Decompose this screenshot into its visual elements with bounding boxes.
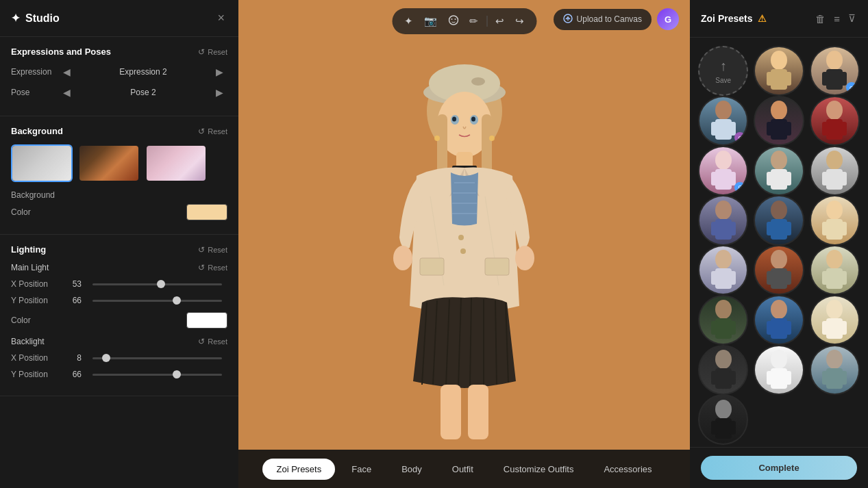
preset-avatar-20 <box>811 346 858 394</box>
preset-avatar-18 <box>699 346 747 394</box>
svg-rect-52 <box>711 122 718 136</box>
bg-thumb-gray[interactable] <box>11 144 73 182</box>
svg-point-74 <box>715 201 732 220</box>
svg-point-110 <box>715 350 732 369</box>
preset-item-15[interactable] <box>698 295 748 345</box>
close-button[interactable]: × <box>214 8 227 28</box>
preset-item-12[interactable] <box>698 245 748 295</box>
preset-item-1[interactable] <box>754 46 804 96</box>
bg-thumb-warm[interactable] <box>78 144 140 182</box>
lighting-reset-button[interactable]: ↺ Reset <box>198 245 227 255</box>
svg-point-42 <box>771 51 787 70</box>
user-avatar[interactable]: G <box>657 8 679 30</box>
preset-item-18[interactable] <box>698 345 748 395</box>
redo-button[interactable]: ↪ <box>511 12 528 30</box>
svg-rect-117 <box>784 371 791 385</box>
backlight-x-slider[interactable] <box>92 357 222 359</box>
avatar-initials: G <box>665 14 671 25</box>
right-panel-title-group: Zoi Presets ⚠ <box>701 13 767 24</box>
tab-accessories[interactable]: Accessories <box>590 459 665 480</box>
backlight-reset-button[interactable]: ↺ Reset <box>198 337 227 346</box>
preset-item-19[interactable] <box>754 345 804 395</box>
preset-item-16[interactable] <box>754 295 804 345</box>
svg-point-58 <box>826 101 843 120</box>
x-position-value: 53 <box>64 279 82 289</box>
preset-item-7[interactable] <box>754 146 804 196</box>
preset-avatar-12 <box>699 246 747 294</box>
complete-button[interactable]: Complete <box>701 456 857 480</box>
pose-next-button[interactable]: ▶ <box>212 86 227 99</box>
svg-rect-49 <box>840 72 847 86</box>
preset-item-10[interactable] <box>754 195 804 245</box>
cursor-tool-button[interactable]: ✦ <box>400 12 417 30</box>
reset-icon-bg: ↺ <box>198 127 205 136</box>
svg-point-106 <box>826 300 843 319</box>
undo-button[interactable]: ↩ <box>491 12 508 30</box>
preset-item-13[interactable] <box>754 245 804 295</box>
top-toolbar: ✦ 📷 ✏ ↩ ↪ <box>392 8 536 34</box>
backlight-title: Backlight <box>11 337 45 346</box>
preset-avatar-14 <box>811 246 858 294</box>
character-silhouette <box>348 46 581 443</box>
preset-item-11[interactable] <box>810 195 860 245</box>
preset-item-9[interactable] <box>698 195 748 245</box>
bg-thumb-pink[interactable] <box>145 144 207 182</box>
expressions-reset-button[interactable]: ↺ Reset <box>198 47 227 57</box>
preset-item-14[interactable] <box>810 245 860 295</box>
svg-rect-96 <box>822 271 829 285</box>
camera-tool-button[interactable]: 📷 <box>420 12 441 30</box>
preset-save-item[interactable]: ↑ Save <box>698 46 748 96</box>
preset-item-17[interactable] <box>810 295 860 345</box>
svg-rect-77 <box>729 222 736 235</box>
color-swatch[interactable] <box>186 204 227 220</box>
svg-rect-97 <box>840 271 847 285</box>
preset-item-8[interactable] <box>810 146 860 196</box>
svg-rect-105 <box>784 321 791 335</box>
svg-point-86 <box>715 250 732 269</box>
y-position-label: Y Position <box>11 296 59 305</box>
pose-prev-button[interactable]: ◀ <box>59 86 75 99</box>
svg-point-20 <box>393 246 412 270</box>
x-position-label: X Position <box>11 279 59 289</box>
tab-customize[interactable]: Customize Outfits <box>490 459 588 480</box>
y-position-slider[interactable] <box>92 300 222 302</box>
background-reset-button[interactable]: ↺ Reset <box>198 127 227 136</box>
bg-thumb-pink-inner <box>147 146 206 181</box>
expression-next-button[interactable]: ▶ <box>212 65 227 79</box>
tab-zoi-presets[interactable]: Zoi Presets <box>262 459 335 480</box>
preset-item-5[interactable] <box>810 96 860 146</box>
preset-item-6[interactable]: C <box>698 146 748 196</box>
tab-body[interactable]: Body <box>388 459 436 480</box>
svg-point-102 <box>771 300 787 319</box>
backlight-header: Backlight ↺ Reset <box>11 337 227 346</box>
svg-rect-64 <box>711 172 718 185</box>
svg-point-62 <box>715 151 732 170</box>
studio-icon: ✦ <box>11 12 20 25</box>
svg-rect-109 <box>840 321 847 335</box>
tab-face[interactable]: Face <box>338 459 385 480</box>
tab-outfit[interactable]: Outfit <box>438 459 487 480</box>
preset-item-21[interactable] <box>698 394 748 444</box>
filter-button[interactable]: ⊽ <box>847 11 857 26</box>
main-light-color-swatch[interactable] <box>186 312 227 329</box>
left-sidebar: ✦ Studio × Expressions and Poses ↺ Reset… <box>0 0 238 488</box>
preset-item-20[interactable] <box>810 345 860 395</box>
background-label: Background <box>11 190 59 200</box>
brush-tool-button[interactable]: ✏ <box>465 12 482 30</box>
svg-rect-68 <box>767 172 773 185</box>
preset-item-4[interactable] <box>754 96 804 146</box>
sort-button[interactable]: ≡ <box>832 11 841 26</box>
x-position-slider[interactable] <box>92 283 222 285</box>
top-right-area: Upload to Canvas G <box>554 8 679 30</box>
backlight-y-value: 66 <box>64 370 82 379</box>
preset-item-3[interactable]: C <box>698 96 748 146</box>
face-tool-button[interactable] <box>444 12 462 30</box>
expression-prev-button[interactable]: ◀ <box>59 65 75 79</box>
backlight-y-slider[interactable] <box>92 374 222 376</box>
svg-rect-101 <box>729 321 736 335</box>
preset-item-2[interactable]: C <box>810 46 860 96</box>
delete-button[interactable]: 🗑 <box>814 11 827 26</box>
svg-rect-85 <box>840 222 847 235</box>
main-light-reset-button[interactable]: ↺ Reset <box>198 263 227 272</box>
upload-to-canvas-button[interactable]: Upload to Canvas <box>554 9 652 30</box>
